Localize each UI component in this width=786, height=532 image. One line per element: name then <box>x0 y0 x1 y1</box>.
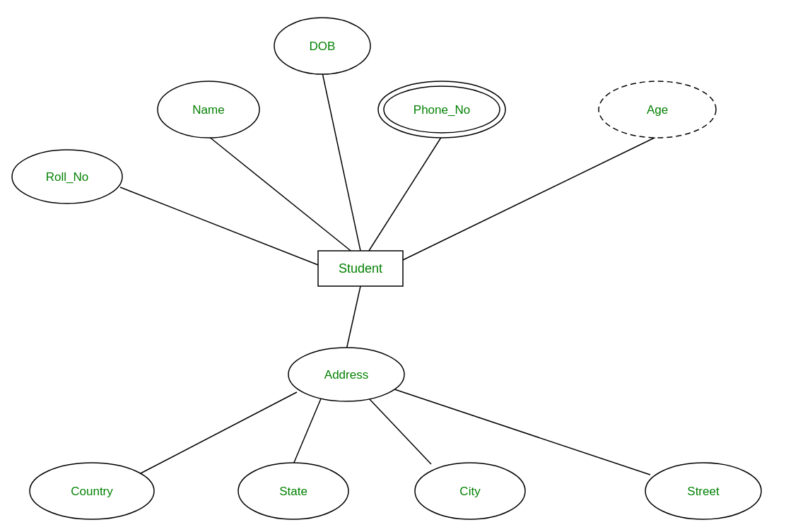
line-student-age <box>403 136 657 260</box>
attr-rollno-label: Roll_No <box>46 170 88 184</box>
line-student-address <box>346 286 360 350</box>
line-address-street <box>392 389 650 475</box>
line-student-dob <box>322 73 360 251</box>
attr-country-label: Country <box>71 485 113 498</box>
line-address-country <box>138 392 297 475</box>
line-address-state <box>293 397 322 464</box>
line-student-phone <box>368 136 442 253</box>
line-student-name <box>209 136 353 253</box>
attr-phone-label: Phone_No <box>413 103 470 117</box>
attr-name-label: Name <box>192 103 224 117</box>
entity-address-label: Address <box>324 368 368 382</box>
attr-street-label: Street <box>687 485 720 498</box>
attr-dob-label: DOB <box>310 40 336 53</box>
entity-student-label: Student <box>339 261 382 276</box>
attr-age-label: Age <box>647 103 668 117</box>
attr-city-label: City <box>459 485 481 498</box>
er-diagram: Student DOB Name Phone_No Age Roll_No Ad… <box>0 0 786 532</box>
line-address-city <box>368 397 431 464</box>
attr-state-label: State <box>279 485 307 498</box>
line-student-rollno <box>120 187 318 265</box>
